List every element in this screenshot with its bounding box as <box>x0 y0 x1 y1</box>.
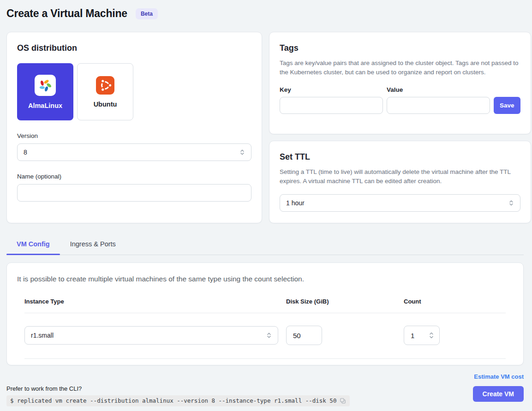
tags-card: Tags Tags are key/value pairs that are a… <box>269 32 531 134</box>
ttl-select[interactable]: 1 hour <box>280 194 520 212</box>
instance-type-select[interactable]: r1.small <box>24 326 278 345</box>
os-tile-label-ubuntu: Ubuntu <box>94 101 117 108</box>
tab-vm-config[interactable]: VM Config <box>6 234 60 255</box>
vm-table-header: Instance Type Disk Size (GiB) Count <box>24 298 506 313</box>
column-count: Count <box>404 298 506 305</box>
chevron-updown-icon <box>266 332 272 339</box>
vm-config-card: It is possible to create multiple virtua… <box>6 262 524 365</box>
ubuntu-logo-icon <box>96 76 114 95</box>
estimate-vm-cost-link[interactable]: Estimate VM cost <box>474 373 524 380</box>
beta-badge: Beta <box>136 8 158 19</box>
ttl-select-value: 1 hour <box>286 199 305 207</box>
actions-section: Estimate VM cost Create VM <box>473 372 524 402</box>
name-label: Name (optional) <box>17 173 251 180</box>
version-select[interactable]: 8 <box>17 143 251 161</box>
column-instance-type: Instance Type <box>24 298 286 305</box>
disk-size-input[interactable] <box>286 326 322 345</box>
vm-config-intro: It is possible to create multiple virtua… <box>17 275 513 283</box>
page-footer: Prefer to work from the CLI? $ replicate… <box>6 372 524 406</box>
os-tile-ubuntu[interactable]: Ubuntu <box>77 63 133 120</box>
cli-prompt-text: Prefer to work from the CLI? <box>6 385 350 392</box>
os-tiles: AlmaLinux <box>17 63 251 120</box>
version-label: Version <box>17 132 251 139</box>
tag-value-group: Value <box>387 86 490 114</box>
right-column: Tags Tags are key/value pairs that are a… <box>269 32 531 223</box>
tag-key-group: Key <box>280 86 383 114</box>
tab-bar: VM Config Ingress & Ports <box>6 234 524 255</box>
tag-value-input[interactable] <box>387 97 490 114</box>
column-disk-size: Disk Size (GiB) <box>286 298 404 305</box>
tag-value-label: Value <box>387 86 490 93</box>
cli-command-text: $ replicated vm create --distribution al… <box>10 397 336 404</box>
os-distribution-card: OS distribution <box>6 32 262 223</box>
tab-ingress-ports[interactable]: Ingress & Ports <box>60 234 126 255</box>
chevron-updown-icon <box>239 149 245 156</box>
count-value: 1 <box>411 332 414 340</box>
ttl-card-title: Set TTL <box>280 152 520 162</box>
chevron-updown-icon <box>428 331 435 340</box>
chevron-updown-icon <box>508 199 514 207</box>
tags-card-description: Tags are key/value pairs that are assign… <box>280 59 520 77</box>
count-stepper[interactable]: 1 <box>404 326 440 345</box>
page-header: Create a Virtual Machine Beta <box>6 7 524 20</box>
tags-card-title: Tags <box>280 43 520 53</box>
vm-table-row: r1.small 1 <box>24 313 506 359</box>
set-ttl-card: Set TTL Setting a TTL (time to live) wil… <box>269 141 531 223</box>
os-tile-almalinux[interactable]: AlmaLinux <box>17 63 73 120</box>
tag-input-row: Key Value Save <box>280 86 520 114</box>
page-title: Create a Virtual Machine <box>6 7 127 20</box>
top-grid: OS distribution <box>6 32 524 223</box>
cli-section: Prefer to work from the CLI? $ replicate… <box>6 372 350 406</box>
create-vm-button[interactable]: Create VM <box>473 386 524 402</box>
os-tile-label-almalinux: AlmaLinux <box>28 102 62 109</box>
instance-type-value: r1.small <box>31 332 54 339</box>
save-tag-button[interactable]: Save <box>494 97 520 114</box>
almalinux-logo-icon <box>35 75 56 96</box>
ttl-card-description: Setting a TTL (time to live) will automa… <box>280 167 520 186</box>
tag-key-input[interactable] <box>280 97 383 114</box>
tag-key-label: Key <box>280 86 383 93</box>
cli-command-box: $ replicated vm create --distribution al… <box>6 395 350 406</box>
vm-table: Instance Type Disk Size (GiB) Count r1.s… <box>17 298 513 359</box>
version-select-value: 8 <box>24 149 27 156</box>
os-card-title: OS distribution <box>17 43 251 53</box>
create-vm-page: Create a Virtual Machine Beta OS distrib… <box>0 0 532 406</box>
copy-icon[interactable] <box>340 398 346 404</box>
name-input[interactable] <box>17 184 251 202</box>
